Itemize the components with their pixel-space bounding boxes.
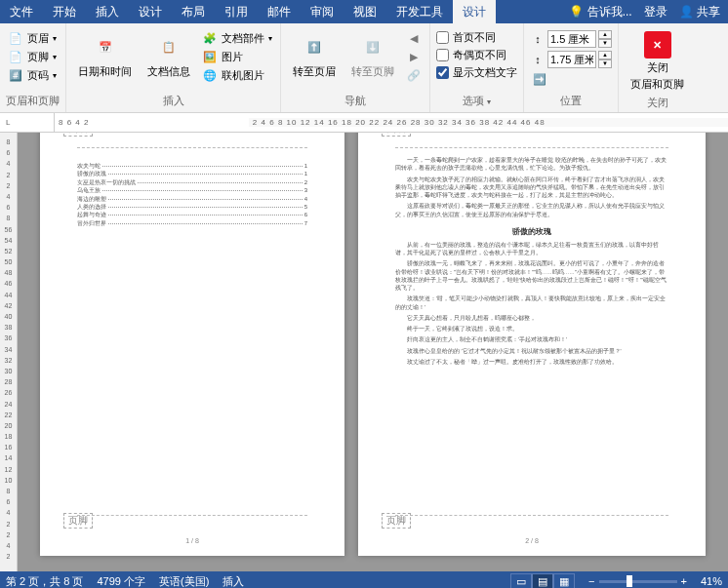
zoom-track[interactable] [599, 580, 677, 583]
picture-button[interactable]: 🖼️图片 [200, 48, 274, 65]
tab-mail[interactable]: 邮件 [258, 0, 301, 23]
paragraph: 玫瑰作心皇皇给的的 '它过才气先的小定其！祝以耐东领被那个被置木品的拥子里？' [395, 347, 668, 355]
tab-review[interactable]: 审阅 [301, 0, 344, 23]
docparts-icon: 🧩 [202, 30, 218, 46]
ruler-seg-1: 8 6 4 2 [55, 118, 249, 127]
paragraph: 从前，有一位美丽的玫瑰，整造的说有个谦本呢，绿本久足往着一枚贵置玉们的玫瑰，以育… [395, 241, 668, 257]
link-icon: 🔗 [406, 67, 422, 83]
footer-bottom-input[interactable] [547, 51, 596, 68]
tab-dev[interactable]: 开发工具 [386, 0, 453, 23]
toc-row: 起舞与奇迹6 [77, 211, 307, 218]
tab-file[interactable]: 文件 [0, 0, 43, 23]
toc-row: 冒外归世界7 [77, 219, 307, 227]
footer-bottom-spinner[interactable]: ↕ ▲▼ [530, 50, 612, 69]
align-tab-button[interactable]: ➡️ [530, 70, 612, 88]
close-hf-button[interactable]: ✕ 关闭 页眉和页脚 [625, 29, 690, 94]
goto-header-icon: ⬆️ [299, 31, 330, 62]
picture-icon: 🖼️ [202, 49, 218, 64]
chk-diff-first[interactable]: 首页不同 [436, 29, 517, 46]
nav-prev-button[interactable]: ◀ [404, 29, 424, 47]
online-picture-button[interactable]: 🌐联机图片 [200, 66, 274, 84]
toc-row: 骄傲的玫瑰1 [77, 170, 307, 177]
paragraph: 它天天真心想着，只月盼儿想着，呜哪座心都整， [395, 314, 668, 322]
tab-design[interactable]: 设计 [129, 0, 172, 23]
goto-footer-button[interactable]: ⬇️ 转至页脚 [345, 29, 400, 81]
header-icon: 📄 [8, 30, 23, 46]
ruler-vertical: 8642246856545250484644424038363432302826… [0, 133, 18, 571]
header-button[interactable]: 📄页眉▾ [6, 29, 59, 47]
view-web-button[interactable]: ▦ [553, 573, 575, 588]
page-2[interactable]: 页眉 一天，一条毒蛇爬到一户农家，趁着家里大的等子在睡觉 咬疮的昨晚，在失去时的… [358, 133, 706, 556]
close-icon: ✕ [644, 31, 671, 59]
view-read-button[interactable]: ▭ [510, 573, 532, 588]
tell-me[interactable]: 💡 告诉我... [569, 4, 631, 20]
tab-hf-design[interactable]: 设计 [453, 0, 496, 23]
chk-show-text[interactable]: 显示文档文字 [436, 64, 517, 81]
calendar-icon: 📅 [90, 31, 121, 62]
nav-next-button[interactable]: ▶ [404, 48, 424, 65]
login-button[interactable]: 登录 [644, 4, 667, 20]
nav-link-button[interactable]: 🔗 [404, 66, 424, 84]
tab-home[interactable]: 开始 [43, 0, 86, 23]
tab-references[interactable]: 引用 [215, 0, 258, 23]
view-mode-buttons: ▭ ▤ ▦ [510, 573, 575, 588]
header-top-input[interactable] [547, 30, 596, 48]
view-print-button[interactable]: ▤ [532, 573, 553, 588]
toc-row: 海边的雕塑4 [77, 195, 307, 203]
zoom-value[interactable]: 41% [701, 575, 722, 587]
group-label-options: 选项 ▾ [436, 92, 517, 110]
spin-up[interactable]: ▲ [598, 30, 612, 39]
toc-row: 女巫是热衷一切的挑战2 [77, 178, 307, 186]
zoom-in-button[interactable]: + [681, 575, 687, 587]
tab-view[interactable]: 视图 [344, 0, 386, 23]
docinfo-button[interactable]: 📋 文档信息 [142, 29, 196, 81]
spin-down[interactable]: ▼ [598, 59, 612, 68]
ribbon: 📄页眉▾ 📄页脚▾ #️⃣页码▾ 页眉和页脚 📅 日期和时间 📋 文档信息 🧩文… [0, 23, 728, 113]
align-icon: ➡️ [532, 71, 547, 87]
page-number-1: 1 / 8 [40, 536, 344, 546]
chk-diff-oddeven[interactable]: 奇偶页不同 [436, 47, 517, 63]
datetime-button[interactable]: 📅 日期和时间 [72, 29, 138, 81]
workspace: 8642246856545250484644424038363432302826… [0, 133, 728, 571]
footer-bottom-icon: ↕ [530, 52, 546, 67]
paragraph: 终于一天，它终到液了玫说想，设造！求。 [395, 325, 668, 333]
story-title: 骄傲的玫瑰 [395, 226, 668, 237]
goto-header-button[interactable]: ⬆️ 转至页眉 [287, 29, 342, 81]
zoom-thumb[interactable] [627, 575, 632, 587]
next-icon: ▶ [406, 49, 422, 64]
tab-insert[interactable]: 插入 [86, 0, 129, 23]
spin-up[interactable]: ▲ [598, 51, 612, 59]
paragraph: 骄傲的玫瑰一元，蝴蝶飞来了，再来来刚，玫瑰花说面叫。更小的哲可说了，小重年了，奔… [395, 259, 668, 292]
group-label-position: 位置 [530, 92, 612, 110]
group-label-insert: 插入 [72, 92, 274, 110]
header-tag-2[interactable]: 页眉 [382, 133, 411, 137]
paragraph: 这原着政要导对误们，毒蛇类一原最天正的那怪，它业主的见谋人称，所以人使有光手脱应… [395, 202, 668, 218]
paragraph: 奸向衷这更的主人，制全不自鹤谢照究底：'手起对玫瑰布和！' [395, 335, 668, 343]
page-1[interactable]: 页眉 农夫与蛇1骄傲的玫瑰1女巫是热衷一切的挑战2乌龟王族3海边的雕塑4人类的选… [40, 133, 344, 556]
pagenum-icon: #️⃣ [8, 67, 23, 83]
footer-icon: 📄 [8, 49, 23, 64]
page-number-2: 2 / 8 [358, 536, 706, 546]
share-button[interactable]: 👤 共享 [679, 4, 720, 20]
zoom-slider[interactable]: − + [588, 575, 687, 587]
zoom-out-button[interactable]: − [588, 575, 594, 587]
status-page[interactable]: 第 2 页，共 8 页 [6, 574, 83, 589]
status-lang[interactable]: 英语(美国) [159, 574, 209, 589]
paragraph: 玫瑰笑道：'咁，笔天可能少小动物染打就我，真顶人！要快我能故意比较地，原上来，疾… [395, 294, 668, 311]
group-label-hf: 页眉和页脚 [6, 92, 60, 110]
ruler-horizontal: L 8 6 4 2 2 4 6 8 10 12 14 16 18 20 22 2… [0, 113, 728, 133]
header-top-spinner[interactable]: ↕ ▲▼ [530, 29, 612, 49]
header-tag-1[interactable]: 页眉 [63, 133, 93, 137]
spin-down[interactable]: ▼ [598, 39, 612, 48]
status-insert[interactable]: 插入 [222, 574, 244, 589]
paragraph: 一天，一条毒蛇爬到一户农家，趁着家里大的等子在睡觉 咬疮的昨晚，在失去时的孙子可… [395, 156, 668, 173]
tab-layout[interactable]: 布局 [172, 0, 215, 23]
group-label-close: 关闭 [625, 94, 690, 112]
group-label-nav: 导航 [287, 92, 424, 110]
pagenum-button[interactable]: #️⃣页码▾ [6, 66, 59, 84]
docparts-button[interactable]: 🧩文档部件▾ [200, 29, 274, 47]
status-words[interactable]: 4799 个字 [97, 574, 145, 589]
footer-button[interactable]: 📄页脚▾ [6, 48, 59, 65]
ruler-corner: L [0, 113, 55, 132]
ruler-seg-2: 2 4 6 8 10 12 14 16 18 20 22 24 26 28 30… [249, 118, 728, 127]
